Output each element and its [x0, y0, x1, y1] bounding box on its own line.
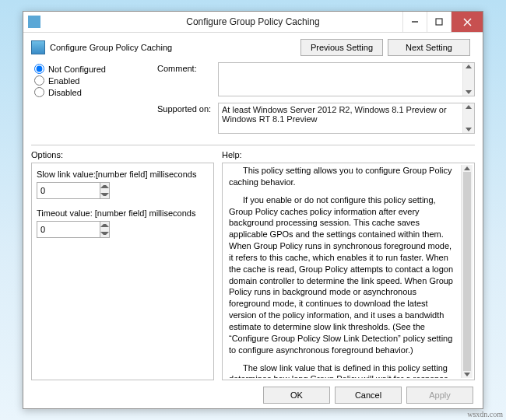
ok-button[interactable]: OK — [263, 387, 330, 404]
header: Configure Group Policy Caching Previous … — [31, 39, 475, 56]
scroll-up-icon[interactable] — [464, 166, 470, 170]
help-scrollbar[interactable] — [461, 165, 473, 378]
comment-row: Comment: — [157, 62, 475, 96]
radio-not-configured-label: Not Configured — [48, 65, 106, 74]
close-button[interactable] — [451, 12, 483, 32]
help-p1: This policy setting allows you to config… — [229, 165, 458, 188]
divider — [31, 145, 475, 145]
supported-textarea: At least Windows Server 2012 R2, Windows… — [218, 103, 475, 134]
slow-link-label: Slow link value:[number field] milliseco… — [37, 170, 209, 179]
app-icon — [28, 16, 40, 28]
radio-disabled-label: Disabled — [48, 88, 82, 97]
spin-up-icon[interactable] — [100, 222, 109, 229]
radio-enabled-label: Enabled — [48, 76, 79, 86]
scroll-down-icon[interactable] — [466, 90, 472, 94]
state-radios: Not Configured Enabled Disabled — [31, 62, 148, 140]
policy-dialog: Configure Group Policy Caching Configure… — [23, 11, 483, 409]
comment-scrollbar[interactable] — [462, 63, 474, 96]
next-setting-button[interactable]: Next Setting — [388, 39, 470, 56]
top-settings: Not Configured Enabled Disabled Comment: — [31, 62, 475, 140]
columns: Options: Slow link value:[number field] … — [31, 149, 475, 380]
radio-disabled[interactable]: Disabled — [34, 87, 148, 97]
spin-up-icon[interactable] — [100, 183, 109, 191]
scroll-up-icon[interactable] — [466, 65, 472, 68]
radio-enabled-input[interactable] — [34, 75, 44, 86]
scroll-thumb[interactable] — [463, 172, 471, 371]
comment-label: Comment: — [157, 62, 218, 73]
footer: OK Cancel Apply — [31, 380, 475, 404]
help-p3: The slow link value that is defined in t… — [229, 362, 458, 379]
supported-label: Supported on: — [157, 103, 218, 114]
timeout-label: Timeout value: [number field] millisecon… — [37, 208, 209, 218]
timeout-input[interactable] — [37, 222, 100, 237]
scroll-up-icon[interactable] — [466, 105, 472, 109]
policy-title: Configure Group Policy Caching — [50, 43, 172, 52]
help-column: Help: This policy setting allows you to … — [222, 149, 475, 380]
comment-textarea[interactable] — [218, 62, 475, 96]
scroll-down-icon[interactable] — [464, 373, 470, 376]
help-panel: This policy setting allows you to config… — [222, 163, 475, 380]
cancel-button[interactable]: Cancel — [335, 387, 402, 404]
options-column: Options: Slow link value:[number field] … — [31, 149, 214, 380]
options-panel: Slow link value:[number field] milliseco… — [31, 163, 214, 380]
slow-link-spinner[interactable] — [37, 182, 110, 199]
apply-button[interactable]: Apply — [406, 387, 473, 404]
timeout-spinner[interactable] — [37, 221, 110, 238]
help-text: This policy setting allows you to config… — [229, 165, 461, 378]
spin-down-icon[interactable] — [100, 191, 109, 198]
help-p2: If you enable or do not configure this p… — [229, 194, 458, 356]
scroll-down-icon[interactable] — [466, 128, 472, 131]
watermark: wsxdn.com — [467, 410, 503, 418]
spin-down-icon[interactable] — [100, 229, 109, 237]
policy-icon — [31, 40, 45, 54]
previous-setting-button[interactable]: Previous Setting — [300, 39, 383, 56]
radio-enabled[interactable]: Enabled — [34, 75, 148, 86]
radio-not-configured-input[interactable] — [34, 64, 44, 74]
supported-scrollbar[interactable] — [462, 103, 474, 133]
radio-not-configured[interactable]: Not Configured — [34, 64, 148, 74]
window-buttons — [402, 12, 483, 32]
minimize-button[interactable] — [402, 12, 427, 32]
supported-value: At least Windows Server 2012 R2, Windows… — [222, 105, 447, 124]
supported-row: Supported on: At least Windows Server 20… — [157, 103, 475, 134]
options-header: Options: — [31, 149, 214, 163]
titlebar[interactable]: Configure Group Policy Caching — [23, 12, 483, 33]
slow-link-input[interactable] — [37, 183, 100, 198]
maximize-button[interactable] — [427, 12, 451, 32]
help-header: Help: — [222, 149, 475, 163]
radio-disabled-input[interactable] — [34, 87, 44, 97]
svg-rect-1 — [436, 19, 442, 25]
client-area: Configure Group Policy Caching Previous … — [23, 33, 483, 408]
meta-fields: Comment: Supported on: At least Windows … — [157, 62, 475, 140]
